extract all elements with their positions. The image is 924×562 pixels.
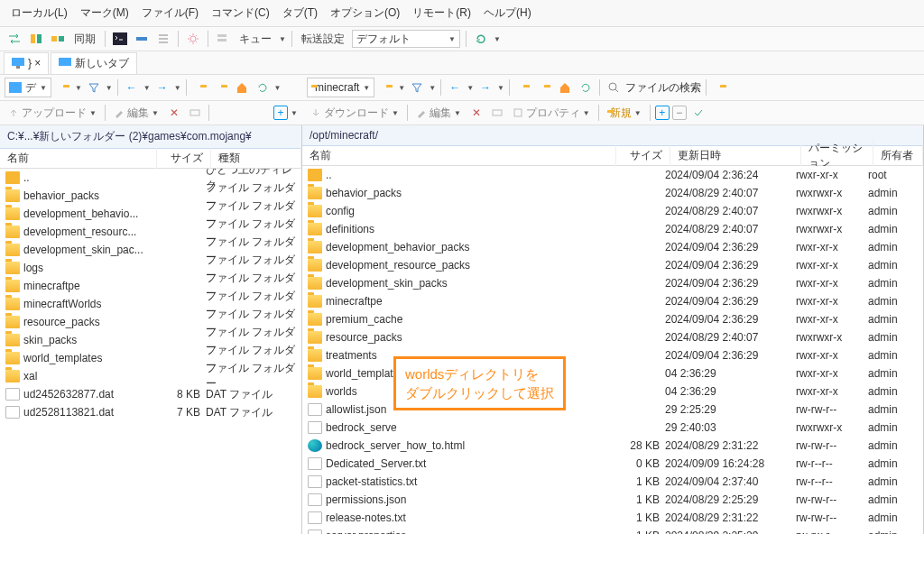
- menu-item[interactable]: ローカル(L): [7, 4, 71, 23]
- new-item-icon[interactable]: +: [273, 106, 288, 120]
- menu-item[interactable]: マーク(M): [77, 4, 133, 23]
- new-item-icon[interactable]: +: [655, 106, 670, 120]
- terminal-icon[interactable]: [111, 30, 129, 48]
- home-icon[interactable]: [233, 78, 251, 97]
- col-header-date[interactable]: 更新日時: [670, 145, 801, 166]
- active-session-tab[interactable]: } ×: [4, 52, 49, 74]
- remote-file-list[interactable]: ..2024/09/04 2:36:24rwxr-xr-xrootbehavio…: [302, 166, 923, 534]
- list-item[interactable]: development_behavior_packs2024/09/04 2:3…: [302, 238, 923, 256]
- menu-item[interactable]: ファイル(F): [138, 4, 202, 23]
- new-button[interactable]: 新規▼: [604, 106, 645, 121]
- open-folder-icon[interactable]: [377, 78, 395, 97]
- list-item[interactable]: ud2528113821.dat7 KBDAT ファイル: [0, 403, 301, 421]
- monitor-new-icon: [59, 58, 71, 69]
- list-item[interactable]: minecraftpe2024/09/04 2:36:29rwxr-xr-xad…: [302, 292, 923, 310]
- list-item[interactable]: bedrock_server_how_to.html28 KB2024/08/2…: [302, 437, 923, 455]
- transfer-settings-select[interactable]: デフォルト▼: [352, 30, 460, 48]
- svg-rect-11: [59, 58, 71, 66]
- download-button[interactable]: ダウンロード▼: [307, 106, 402, 121]
- delete-icon[interactable]: ✕: [467, 104, 485, 122]
- file-date: 04 2:36:29: [665, 367, 796, 380]
- forward-icon[interactable]: →: [476, 78, 494, 97]
- edit-button[interactable]: 編集▼: [412, 106, 465, 121]
- list-item[interactable]: server.properties1 KB2024/08/29 2:25:29r…: [302, 527, 923, 534]
- queue-list-icon[interactable]: [154, 30, 172, 48]
- file-owner: admin: [868, 457, 918, 470]
- file-name: packet-statistics.txt: [326, 475, 611, 488]
- list-item[interactable]: resource_packs2024/08/29 2:40:07rwxrwxr-…: [302, 328, 923, 346]
- list-item[interactable]: definitions2024/08/29 2:40:07rwxrwxr-xad…: [302, 220, 923, 238]
- check-icon[interactable]: [689, 104, 707, 122]
- refresh-icon[interactable]: [472, 30, 490, 48]
- col-header-type[interactable]: 種類: [211, 148, 301, 169]
- open-folder-icon[interactable]: [54, 78, 72, 97]
- left-drive-select[interactable]: デ▼: [5, 78, 51, 97]
- menu-item[interactable]: タブ(T): [279, 4, 321, 23]
- list-item[interactable]: premium_cache2024/09/04 2:36:29rwxr-xr-x…: [302, 310, 923, 328]
- delete-icon[interactable]: ✕: [165, 104, 183, 122]
- svg-rect-14: [493, 110, 502, 115]
- menu-item[interactable]: コマンド(C): [208, 4, 273, 23]
- bookmark-icon[interactable]: [711, 78, 729, 97]
- file-name: ud2528113821.dat: [23, 406, 152, 419]
- filter-icon[interactable]: [408, 78, 426, 97]
- back-icon[interactable]: ←: [446, 78, 464, 97]
- list-item[interactable]: permissions.json1 KB2024/08/29 2:25:29rw…: [302, 491, 923, 509]
- properties-button[interactable]: プロパティ▼: [509, 106, 594, 121]
- local-path-bar[interactable]: C:¥...¥新しいフォルダー (2)¥games¥com.mojang¥: [0, 125, 301, 149]
- list-item[interactable]: ..2024/09/04 2:36:24rwxr-xr-xroot: [302, 166, 923, 184]
- reload-icon[interactable]: [254, 78, 272, 97]
- compare-icon[interactable]: [27, 30, 45, 48]
- queue-button-icon[interactable]: [214, 30, 232, 48]
- reload-dropdown[interactable]: ▼: [274, 84, 282, 92]
- transfer-icon[interactable]: [133, 30, 151, 48]
- sync-folders-icon[interactable]: [49, 30, 67, 48]
- queue-label[interactable]: キュー: [236, 32, 275, 47]
- col-header-size[interactable]: サイズ: [157, 148, 211, 169]
- rename-icon[interactable]: [186, 104, 204, 122]
- local-file-list[interactable]: ..ひとつ上のディレクbehavior_packsファイル フォルダーdevel…: [0, 169, 301, 534]
- upload-button[interactable]: アップロード▼: [5, 106, 100, 121]
- reload-icon[interactable]: [577, 78, 595, 97]
- col-header-name[interactable]: 名前: [0, 148, 157, 169]
- find-icon[interactable]: [605, 78, 623, 97]
- root-folder-icon[interactable]: [535, 78, 553, 97]
- list-item[interactable]: ud2452632877.dat8 KBDAT ファイル: [0, 385, 301, 403]
- col-header-name[interactable]: 名前: [302, 145, 616, 166]
- parent-folder-icon[interactable]: [514, 78, 532, 97]
- list-item[interactable]: release-notes.txt1 KB2024/08/29 2:31:22r…: [302, 509, 923, 527]
- sync-left-right-icon[interactable]: [5, 30, 23, 48]
- list-item[interactable]: development_skin_packs2024/09/04 2:36:29…: [302, 274, 923, 292]
- col-header-owner[interactable]: 所有者: [873, 145, 923, 166]
- refresh-dropdown[interactable]: ▼: [494, 35, 501, 43]
- sync-label[interactable]: 同期: [70, 32, 99, 47]
- back-icon[interactable]: ←: [123, 78, 141, 97]
- list-item[interactable]: packet-statistics.txt1 KB2024/09/04 2:37…: [302, 473, 923, 491]
- settings-gear-icon[interactable]: [184, 30, 202, 48]
- queue-dropdown[interactable]: ▼: [279, 35, 286, 43]
- list-item[interactable]: behavior_packs2024/08/29 2:40:07rwxrwxr-…: [302, 184, 923, 202]
- list-item[interactable]: bedrock_serve29 2:40:03rwxrwxr-xadmin: [302, 419, 923, 437]
- menu-item[interactable]: オプション(O): [327, 4, 403, 23]
- new-tab-button[interactable]: 新しいタブ: [51, 52, 137, 74]
- col-header-size[interactable]: サイズ: [616, 145, 670, 166]
- menu-item[interactable]: ヘルプ(H): [480, 4, 535, 23]
- find-files-label[interactable]: ファイルの検索: [625, 80, 701, 96]
- edit-button[interactable]: 編集▼: [110, 106, 162, 121]
- list-item[interactable]: Dedicated_Server.txt0 KB2024/09/09 16:24…: [302, 455, 923, 473]
- list-item[interactable]: xalファイル フォルダー: [0, 367, 301, 385]
- menu-item[interactable]: リモート(R): [409, 4, 475, 23]
- forward-icon[interactable]: →: [153, 78, 171, 97]
- home-icon[interactable]: [556, 78, 574, 97]
- list-item[interactable]: config2024/08/29 2:40:07rwxrwxr-xadmin: [302, 202, 923, 220]
- rename-icon[interactable]: [488, 104, 506, 122]
- minus-icon[interactable]: −: [672, 106, 687, 120]
- file-owner: admin: [868, 530, 918, 534]
- right-drive-select[interactable]: minecraft▼: [307, 78, 374, 97]
- filter-icon[interactable]: [85, 78, 103, 97]
- list-item[interactable]: development_resource_packs2024/09/04 2:3…: [302, 256, 923, 274]
- folder-icon: [5, 226, 20, 238]
- parent-folder-icon[interactable]: [191, 78, 209, 97]
- file-name: Dedicated_Server.txt: [326, 457, 611, 470]
- root-folder-icon[interactable]: [212, 78, 230, 97]
